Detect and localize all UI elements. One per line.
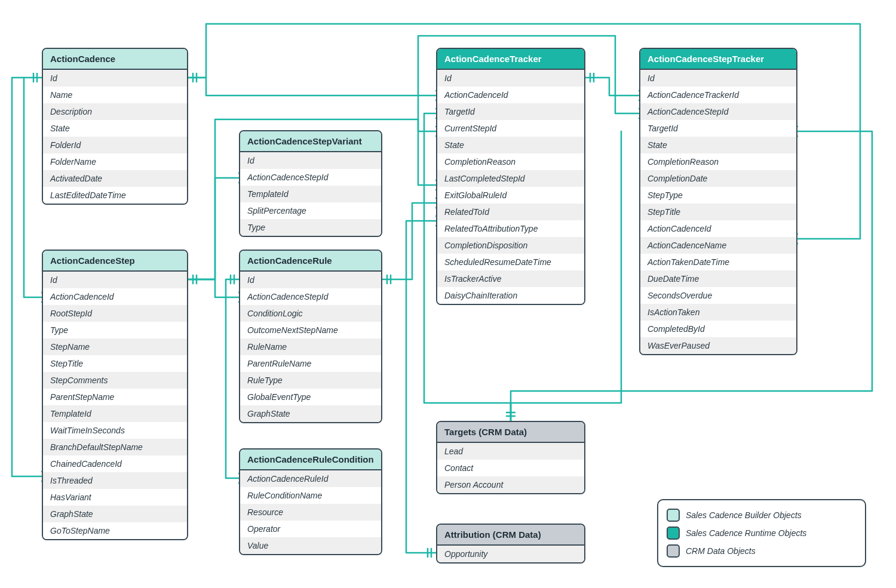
- entity-field: WaitTimeInSeconds: [43, 422, 187, 439]
- entity-field: ActivatedDate: [43, 170, 187, 187]
- entity-field: StepTitle: [640, 204, 796, 220]
- legend-swatch-crm: [667, 544, 680, 558]
- entity-header: ActionCadenceStepTracker: [640, 49, 796, 70]
- entity-field: Id: [640, 70, 796, 87]
- entity-field: Id: [43, 272, 187, 288]
- entity-field: Id: [437, 70, 584, 87]
- entity-field: ActionCadenceName: [640, 237, 796, 254]
- entity-field: CompletedById: [640, 321, 796, 337]
- entity-field: TargetId: [640, 120, 796, 137]
- erd-canvas: ActionCadenceIdNameDescriptionStateFolde…: [0, 0, 896, 588]
- entity-field: ActionCadenceId: [640, 220, 796, 237]
- entity-ActionCadenceStep: ActionCadenceStepIdActionCadenceIdRootSt…: [42, 250, 188, 540]
- entity-field: SplitPercentage: [240, 202, 381, 219]
- entity-field: CompletionReason: [437, 153, 584, 170]
- entity-field: CurrentStepId: [437, 120, 584, 137]
- entity-ActionCadenceStepTracker: ActionCadenceStepTrackerIdActionCadenceT…: [639, 48, 797, 355]
- entity-field: Description: [43, 103, 187, 120]
- entity-field: LastEditedDateTime: [43, 187, 187, 204]
- entity-field: BranchDefaultStepName: [43, 439, 187, 455]
- entity-field: StepComments: [43, 372, 187, 389]
- entity-field: LastCompletedStepId: [437, 170, 584, 187]
- entity-field: DueDateTime: [640, 270, 796, 287]
- entity-header: Attribution (CRM Data): [437, 525, 584, 546]
- entity-field: TargetId: [437, 103, 584, 120]
- entity-field: Operator: [240, 521, 381, 537]
- entity-field: Type: [240, 219, 381, 236]
- entity-field: Id: [240, 152, 381, 169]
- entity-field: GoToStepName: [43, 522, 187, 539]
- entity-field: ActionCadenceStepId: [640, 103, 796, 120]
- entity-header: ActionCadenceStep: [43, 251, 187, 272]
- legend-item-runtime: Sales Cadence Runtime Objects: [667, 524, 857, 542]
- legend-item-crm: CRM Data Objects: [667, 542, 857, 560]
- entity-Attribution: Attribution (CRM Data)Opportunity: [436, 524, 585, 564]
- legend-swatch-runtime: [667, 527, 680, 540]
- entity-field: CompletionDisposition: [437, 237, 584, 254]
- entity-ActionCadence: ActionCadenceIdNameDescriptionStateFolde…: [42, 48, 188, 205]
- entity-field: FolderName: [43, 153, 187, 170]
- entity-field: ActionCadenceId: [43, 288, 187, 305]
- entity-field: OutcomeNextStepName: [240, 322, 381, 338]
- entity-field: StepName: [43, 338, 187, 355]
- entity-field: RuleName: [240, 338, 381, 355]
- entity-ActionCadenceRuleCondition: ActionCadenceRuleConditionActionCadenceR…: [239, 448, 382, 555]
- entity-field: ScheduledResumeDateTime: [437, 254, 584, 270]
- entity-ActionCadenceRule: ActionCadenceRuleIdActionCadenceStepIdCo…: [239, 250, 382, 423]
- entity-field: ActionCadenceRuleId: [240, 470, 381, 487]
- entity-header: Targets (CRM Data): [437, 422, 584, 443]
- entity-field: ParentRuleName: [240, 355, 381, 372]
- legend-item-builder: Sales Cadence Builder Objects: [667, 506, 857, 524]
- entity-ActionCadenceTracker: ActionCadenceTrackerIdActionCadenceIdTar…: [436, 48, 585, 305]
- entity-field: State: [640, 137, 796, 153]
- entity-field: GraphState: [240, 405, 381, 422]
- entity-field: Id: [43, 70, 187, 87]
- entity-field: Value: [240, 537, 381, 554]
- entity-field: GlobalEventType: [240, 389, 381, 405]
- entity-field: ActionTakenDateTime: [640, 254, 796, 270]
- legend-box: Sales Cadence Builder Objects Sales Cade…: [657, 499, 866, 567]
- entity-field: CompletionReason: [640, 153, 796, 170]
- entity-field: SecondsOverdue: [640, 287, 796, 304]
- entity-field: Type: [43, 322, 187, 338]
- entity-field: State: [43, 120, 187, 137]
- entity-Targets: Targets (CRM Data)LeadContactPerson Acco…: [436, 421, 585, 494]
- entity-field: WasEverPaused: [640, 337, 796, 354]
- entity-field: IsActionTaken: [640, 304, 796, 321]
- entity-field: RuleType: [240, 372, 381, 389]
- legend-swatch-builder: [667, 509, 680, 522]
- entity-field: Opportunity: [437, 546, 584, 562]
- entity-field: FolderId: [43, 137, 187, 153]
- entity-field: RelatedToId: [437, 204, 584, 220]
- entity-header: ActionCadenceRule: [240, 251, 381, 272]
- entity-field: Person Account: [437, 476, 584, 493]
- entity-field: ActionCadenceStepId: [240, 169, 381, 186]
- entity-field: TemplateId: [240, 186, 381, 202]
- entity-field: ActionCadenceId: [437, 87, 584, 103]
- entity-ActionCadenceStepVariant: ActionCadenceStepVariantIdActionCadenceS…: [239, 130, 382, 237]
- entity-field: IsTrackerActive: [437, 270, 584, 287]
- entity-field: GraphState: [43, 506, 187, 522]
- entity-field: RelatedToAttributionType: [437, 220, 584, 237]
- entity-field: ActionCadenceStepId: [240, 288, 381, 305]
- entity-field: Resource: [240, 504, 381, 521]
- entity-header: ActionCadenceTracker: [437, 49, 584, 70]
- legend-label: Sales Cadence Runtime Objects: [686, 528, 806, 538]
- entity-field: TemplateId: [43, 405, 187, 422]
- entity-field: Contact: [437, 460, 584, 476]
- entity-field: HasVariant: [43, 489, 187, 506]
- entity-field: ParentStepName: [43, 389, 187, 405]
- entity-header: ActionCadenceRuleCondition: [240, 450, 381, 470]
- entity-field: StepType: [640, 187, 796, 204]
- legend-label: CRM Data Objects: [686, 546, 756, 556]
- entity-field: ExitGlobalRuleId: [437, 187, 584, 204]
- entity-header: ActionCadenceStepVariant: [240, 131, 381, 152]
- entity-field: ActionCadenceTrackerId: [640, 87, 796, 103]
- entity-field: State: [437, 137, 584, 153]
- entity-field: DaisyChainIteration: [437, 287, 584, 304]
- legend-label: Sales Cadence Builder Objects: [686, 510, 802, 520]
- entity-field: ChainedCadenceId: [43, 455, 187, 472]
- entity-header: ActionCadence: [43, 49, 187, 70]
- entity-field: IsThreaded: [43, 472, 187, 489]
- entity-field: Lead: [437, 443, 584, 460]
